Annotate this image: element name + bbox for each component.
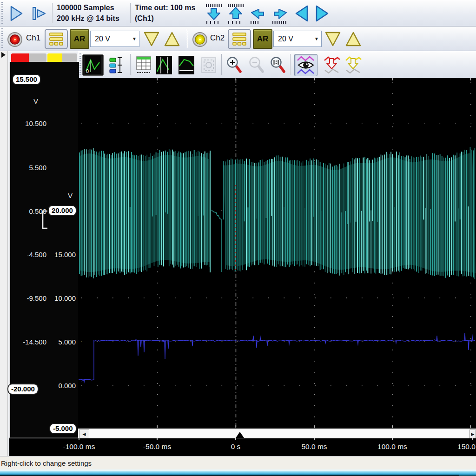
side-splitter[interactable] [0,51,8,456]
move-trigger-up-button[interactable] [225,2,246,25]
start-measurement-button[interactable] [6,3,26,24]
arrow-down-ticks-icon [205,3,223,24]
axes-setup-button[interactable] [107,54,126,76]
move-trigger-down-button[interactable] [204,2,224,25]
ch1-axis-tick-label: 10.500 [25,119,46,127]
toolbar-separator [290,54,291,75]
waveform-canvas[interactable] [78,78,476,428]
ch2-enable-button[interactable] [191,30,209,49]
yellow-arrow-down-icon [344,56,362,74]
ch2-axis-tick-label: 5.000 [58,338,76,346]
graph-trace-icon: 0 [85,56,101,74]
time-tick-label: 50.0 ms [301,443,327,451]
vertical-cursors-icon [156,56,172,74]
zoom-one-to-one-button[interactable] [268,54,288,76]
ch2-axis-max-bubble[interactable]: 20.000 [48,205,77,216]
ch2-bnc-icon [192,32,208,47]
scroll-left-button[interactable]: ◀ [79,430,89,439]
triangle-down-icon [324,30,342,48]
trigger-position-marker[interactable] [236,432,244,438]
toolbar-separator [130,54,131,75]
y-axis-panel[interactable]: V V 10.5005.5000.500-4.500-9.500-14.500 … [9,62,79,438]
triangle-down-icon [142,30,161,48]
time-tick-label: -50.0 ms [143,443,171,451]
toolbar-separator [52,3,53,23]
time-tick [392,438,393,440]
ch1-enable-button[interactable] [6,30,24,49]
timeout-source: (Ch1) [135,13,195,24]
collapse-ch1-axis-button[interactable] [322,54,342,76]
ch2-axis-min-bubble[interactable]: -5.000 [49,423,77,434]
collapse-ch2-axis-button[interactable] [343,54,364,76]
arrow-up-ticks-icon [226,3,245,24]
ch1-coupling-icon [48,32,65,46]
ch2-label: Ch2 [210,33,225,43]
ch2-coupling-icon [231,32,248,46]
samples-info: 100000 Samples 200 kHz @ 14 bits [57,2,119,24]
zoom-out-button[interactable] [247,54,266,76]
chevron-down-icon: ▼ [130,36,139,41]
channel-toolbar: Ch1 AR 20 V ▼ [0,26,476,51]
tab-ch1-axis[interactable] [11,53,46,62]
ch2-axis-tick-label: 15.000 [54,251,76,258]
one-shot-button[interactable] [28,3,50,24]
eye-waveform-icon [297,55,315,75]
autoscale-view-button[interactable] [294,54,317,76]
red-arrow-down-icon [323,56,341,74]
zoom-rectangle-button[interactable] [199,54,218,76]
time-tick-label: 0 s [231,443,241,451]
time-tick [157,438,158,440]
scroll-right-button[interactable]: ▶ [469,430,476,439]
time-tick [472,438,473,440]
ch1-autorange-button[interactable]: AR [70,29,89,49]
ch2-autorange-button[interactable]: AR [253,29,272,49]
toolbar-separator [187,29,188,48]
ch1-range-select[interactable]: 20 V ▼ [90,31,139,47]
ch2-coupling-button[interactable] [228,29,251,49]
tab-ch2-axis[interactable] [47,53,77,62]
ch2-range-up-button[interactable] [343,29,364,49]
move-view-right-button[interactable] [270,2,290,25]
ch2-axis-tick-label: 0.000 [58,382,76,390]
waveform-plot-area[interactable] [78,78,476,428]
measurements-table-button[interactable] [134,54,153,76]
table-icon [136,56,152,74]
next-record-button[interactable] [312,3,332,24]
ch2-range-down-button[interactable] [323,29,343,49]
play-icon [7,5,25,22]
time-tick [314,438,315,440]
ch1-tab-body [29,53,46,62]
one-shot-icon [30,5,48,22]
ch1-label: Ch1 [26,33,40,43]
ch1-coupling-button[interactable] [45,29,68,49]
zoom-out-icon [248,56,265,74]
ch1-axis-min-bubble[interactable]: -20.000 [7,383,39,395]
ch1-axis-max-bubble[interactable]: 15.500 [12,74,41,85]
time-tick-label: 150.0 ms [457,443,476,451]
ch2-range-value: 20 V [274,35,312,43]
vertical-cursors-button[interactable] [154,54,174,76]
ch1-bnc-icon [7,32,23,47]
time-axis: -100.0 ms-50.0 ms0 s50.0 ms100.0 ms150.0… [9,438,476,456]
previous-record-button[interactable] [292,3,311,24]
ch2-tab-color [47,53,62,62]
axes-list-icon [109,56,125,74]
triangle-left-icon [293,4,310,23]
ch2-range-select[interactable]: 20 V ▼ [273,31,322,47]
ch1-range-down-button[interactable] [141,29,162,49]
splitter-expand-icon[interactable] [1,52,6,58]
toolbar-grip[interactable] [1,28,3,49]
timeout-info: Time out: 100 ms (Ch1) [135,2,195,24]
zoom-in-button[interactable] [225,54,244,76]
horizontal-cursors-button[interactable] [177,54,196,76]
arrow-left-ticks-icon [249,3,267,24]
taskbar-edge-gradient [0,471,476,475]
ch1-range-up-button[interactable] [162,29,182,49]
graph-display-button[interactable]: 0 [82,54,104,76]
svg-text:0: 0 [86,68,89,74]
move-view-left-button[interactable] [248,2,268,25]
ch2-tab-body [62,53,77,62]
toolbar-grip[interactable] [1,2,3,24]
toolbar-grip[interactable] [79,53,81,76]
ch2-axis-unit: V [68,192,73,199]
